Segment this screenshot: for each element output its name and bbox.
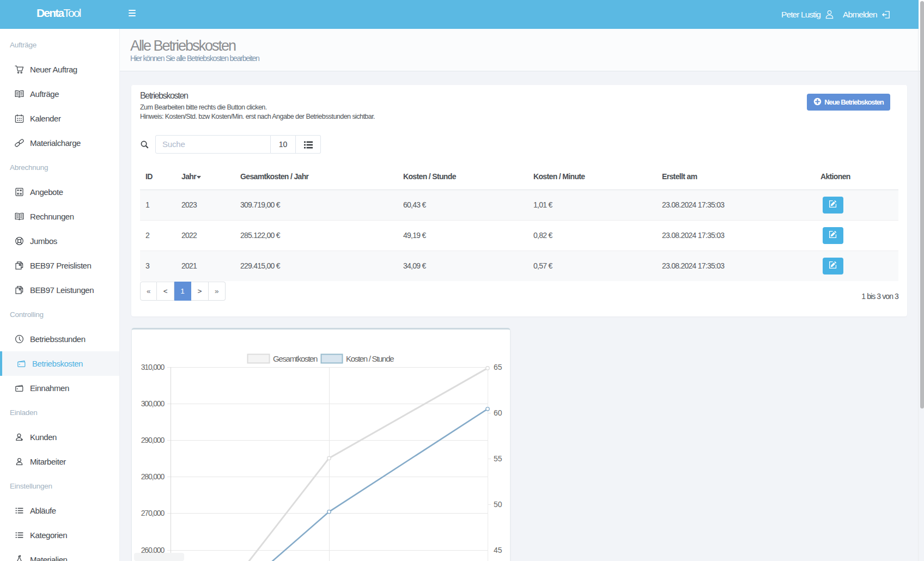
svg-text:65: 65 [494, 363, 502, 371]
svg-text:290,000: 290,000 [141, 436, 165, 444]
svg-text:310,000: 310,000 [141, 363, 165, 371]
svg-text:Gesamtkosten: Gesamtkosten [273, 354, 318, 363]
svg-text:55: 55 [494, 454, 502, 463]
svg-text:45: 45 [494, 546, 502, 554]
svg-text:Kosten / Stunde: Kosten / Stunde [346, 354, 394, 363]
svg-text:60: 60 [494, 408, 502, 417]
svg-text:280,000: 280,000 [141, 472, 165, 481]
svg-text:50: 50 [494, 500, 502, 509]
svg-text:270,000: 270,000 [141, 509, 165, 517]
svg-text:300,000: 300,000 [141, 399, 165, 408]
